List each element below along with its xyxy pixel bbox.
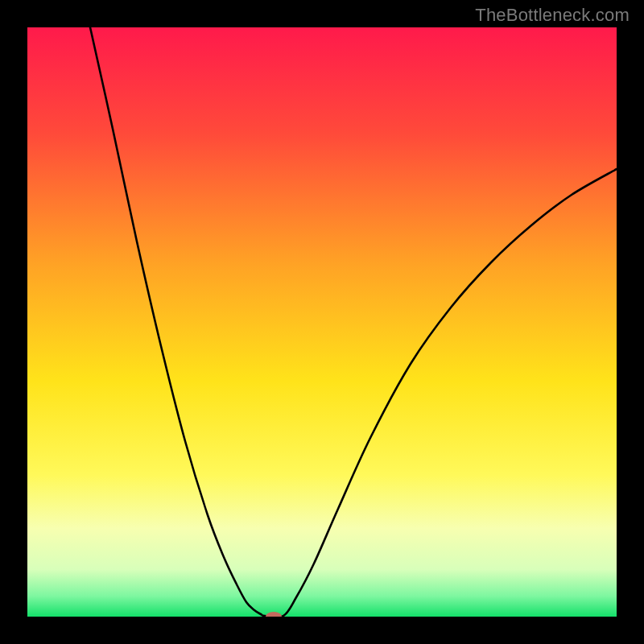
- trough-marker: [266, 612, 282, 621]
- plot-area-gradient: [27, 27, 617, 617]
- watermark-text: TheBottleneck.com: [475, 5, 630, 26]
- chart-svg: [0, 0, 644, 644]
- outer-black-frame: TheBottleneck.com: [0, 0, 644, 644]
